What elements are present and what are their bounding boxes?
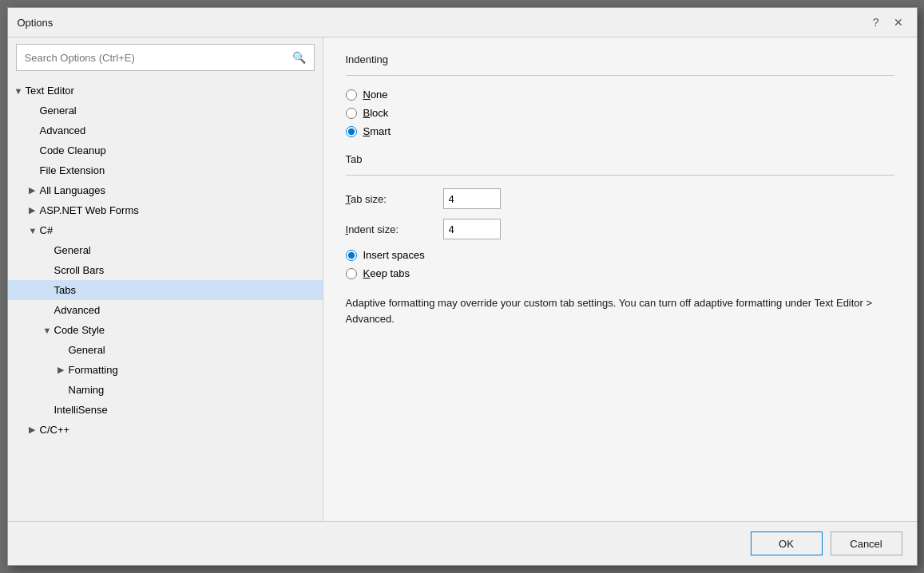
tree-item-cs-cs-general[interactable]: General	[8, 340, 323, 360]
tree-item-te-file-ext[interactable]: File Extension	[8, 160, 323, 180]
adaptive-note: Adaptive formatting may override your cu…	[346, 295, 889, 326]
tree-label-aspnet-web-forms: ASP.NET Web Forms	[40, 204, 139, 216]
tab-radio-group: Insert spaces Keep tabs	[346, 249, 894, 279]
help-button[interactable]: ?	[869, 14, 883, 30]
dialog-footer: OK Cancel	[8, 521, 917, 565]
tree-label-cs-cs-formatting: Formatting	[69, 364, 118, 376]
tree: ▼Text EditorGeneralAdvancedCode CleanupF…	[8, 77, 323, 521]
keep-tabs-option[interactable]: Keep tabs	[346, 267, 894, 279]
tab-divider	[346, 175, 894, 176]
expand-icon-csharp: ▼	[29, 226, 40, 235]
options-dialog: Options ? ✕ 🔍 ▼Text EditorGeneralAdvance…	[7, 7, 918, 566]
tree-item-cs-cs-naming[interactable]: Naming	[8, 380, 323, 400]
tree-item-all-languages[interactable]: ▶All Languages	[8, 180, 323, 200]
expand-icon-aspnet-web-forms: ▶	[29, 205, 40, 215]
tab-size-row: Tab size:	[346, 188, 894, 209]
insert-spaces-radio[interactable]	[346, 250, 357, 261]
indent-size-label: Indent size:	[346, 223, 434, 235]
tree-label-cs-scroll-bars: Scroll Bars	[54, 264, 105, 276]
ok-button[interactable]: OK	[751, 532, 823, 555]
dialog-body: 🔍 ▼Text EditorGeneralAdvancedCode Cleanu…	[8, 38, 917, 521]
tree-label-cs-cs-naming: Naming	[69, 384, 105, 396]
tree-label-c-cpp: C/C++	[40, 424, 70, 436]
tree-item-cs-advanced[interactable]: Advanced	[8, 300, 323, 320]
dialog-title: Options	[18, 17, 54, 29]
search-box[interactable]: 🔍	[16, 44, 315, 71]
close-button[interactable]: ✕	[890, 14, 907, 30]
tree-item-te-advanced[interactable]: Advanced	[8, 121, 323, 140]
indenting-label: Indenting	[346, 53, 894, 65]
indenting-divider	[346, 75, 894, 76]
expand-icon-all-languages: ▶	[29, 185, 40, 196]
tree-item-text-editor[interactable]: ▼Text Editor	[8, 81, 323, 101]
indent-size-input[interactable]	[443, 219, 501, 239]
tree-item-cs-cs-formatting[interactable]: ▶Formatting	[8, 360, 323, 380]
tree-label-all-languages: All Languages	[40, 184, 105, 196]
expand-icon-text-editor: ▼	[14, 86, 26, 96]
keep-tabs-label: Keep tabs	[363, 267, 410, 279]
indent-block-option[interactable]: Block	[346, 107, 894, 119]
keep-tabs-radio[interactable]	[346, 268, 357, 279]
tree-item-te-code-cleanup[interactable]: Code Cleanup	[8, 140, 323, 160]
tree-label-te-general: General	[40, 105, 77, 117]
indent-smart-option[interactable]: Smart	[346, 125, 894, 137]
indent-block-label: Block	[363, 107, 389, 119]
indent-block-radio[interactable]	[346, 108, 357, 119]
right-panel: Indenting None Block Smart	[323, 38, 917, 521]
tree-item-csharp[interactable]: ▼C#	[8, 220, 323, 240]
tree-item-cs-general[interactable]: General	[8, 240, 323, 260]
indent-none-label: None	[363, 89, 388, 101]
search-input[interactable]	[25, 52, 292, 64]
indent-smart-label: Smart	[363, 125, 391, 137]
tree-item-cs-tabs[interactable]: Tabs	[8, 280, 323, 300]
insert-spaces-option[interactable]: Insert spaces	[346, 249, 894, 261]
tree-item-c-cpp[interactable]: ▶C/C++	[8, 420, 323, 440]
tree-label-code-style: Code Style	[54, 324, 105, 336]
indent-size-row: Indent size:	[346, 219, 894, 239]
insert-spaces-label: Insert spaces	[363, 249, 425, 261]
tree-label-te-advanced: Advanced	[40, 124, 86, 136]
tree-label-te-code-cleanup: Code Cleanup	[40, 144, 106, 156]
tree-label-csharp: C#	[40, 224, 54, 236]
expand-icon-c-cpp: ▶	[29, 425, 40, 435]
indenting-radio-group: None Block Smart	[346, 89, 894, 137]
indenting-section: Indenting None Block Smart	[346, 53, 894, 137]
indent-smart-radio[interactable]	[346, 126, 357, 137]
tree-item-te-general[interactable]: General	[8, 101, 323, 121]
tree-label-text-editor: Text Editor	[26, 85, 74, 97]
tree-item-code-style[interactable]: ▼Code Style	[8, 320, 323, 340]
tab-label: Tab	[346, 153, 894, 165]
tree-item-aspnet-web-forms[interactable]: ▶ASP.NET Web Forms	[8, 200, 323, 220]
tree-label-cs-advanced: Advanced	[54, 304, 101, 316]
title-bar: Options ? ✕	[8, 8, 917, 38]
tab-size-label: Tab size:	[346, 193, 434, 205]
cancel-button[interactable]: Cancel	[831, 532, 902, 555]
expand-icon-code-style: ▼	[43, 326, 54, 335]
tree-label-cs-general: General	[54, 244, 91, 256]
expand-icon-cs-cs-formatting: ▶	[58, 365, 69, 375]
tree-label-te-file-ext: File Extension	[40, 164, 105, 176]
tree-label-intellisense: IntelliSense	[54, 404, 108, 416]
tree-item-cs-scroll-bars[interactable]: Scroll Bars	[8, 260, 323, 280]
tree-label-cs-tabs: Tabs	[54, 284, 76, 296]
tree-label-cs-cs-general: General	[69, 344, 105, 356]
left-panel: 🔍 ▼Text EditorGeneralAdvancedCode Cleanu…	[8, 38, 323, 521]
title-bar-buttons: ? ✕	[869, 14, 907, 30]
indent-none-option[interactable]: None	[346, 89, 894, 101]
search-icon: 🔍	[292, 51, 306, 64]
tree-item-intellisense[interactable]: IntelliSense	[8, 400, 323, 420]
tab-size-input[interactable]	[443, 188, 501, 209]
tab-section: Tab Tab size: Indent size: Insert spaces	[346, 153, 894, 326]
indent-none-radio[interactable]	[346, 89, 357, 101]
